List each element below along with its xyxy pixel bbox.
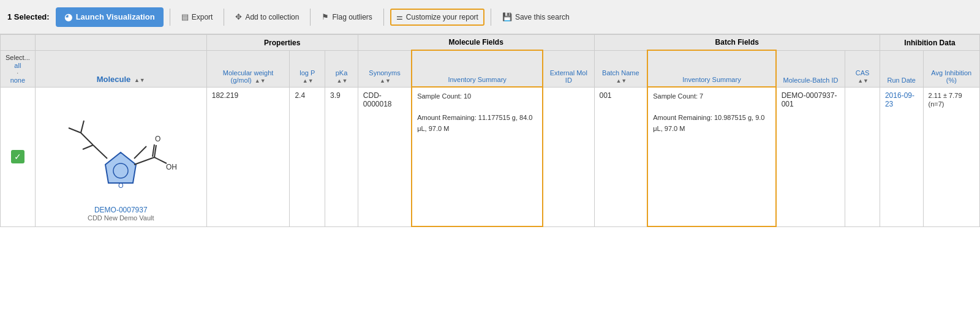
separator xyxy=(170,9,170,26)
synonyms-value: CDD-0000018 xyxy=(363,91,392,108)
batch-name-label: Batch Name xyxy=(602,69,639,77)
svg-line-12 xyxy=(153,144,154,157)
run-date-col-header[interactable]: Run Date xyxy=(880,50,923,87)
flag-icon: ⚑ xyxy=(322,12,329,21)
inhibition-data-group-header: Inhibition Data xyxy=(880,35,979,51)
separator4 xyxy=(383,9,384,26)
molecule-cell: O xyxy=(35,87,206,226)
molecule-vault: CDD New Demo Vault xyxy=(40,214,202,222)
save-search-button[interactable]: 💾 Save this search xyxy=(497,9,575,24)
select-col-header: Select... all · none xyxy=(1,50,36,87)
pka-col-header[interactable]: pKa ▲▼ xyxy=(325,50,358,87)
molecule-col-header[interactable]: Molecule ▲▼ xyxy=(35,50,206,87)
log-p-col-header[interactable]: log P ▲▼ xyxy=(290,50,325,87)
mol-weight-col-header[interactable]: Molecular weight (g/mol) ▲▼ xyxy=(206,50,290,87)
add-collection-label: Add to collection xyxy=(245,13,299,21)
separator3 xyxy=(310,9,311,26)
svg-line-9 xyxy=(134,157,154,165)
inv-summary-mol-label: Inventory Summary xyxy=(448,76,506,83)
avg-inhibition-col-header[interactable]: Avg Inhibition (%) xyxy=(923,50,979,87)
batch-name-col-header[interactable]: Batch Name ▲▼ xyxy=(594,50,647,87)
group-header-row: Properties Molecule Fields Batch Fields … xyxy=(1,35,980,51)
save-icon: 💾 xyxy=(502,12,512,21)
export-button[interactable]: ▤ Export xyxy=(176,9,218,24)
inv-summary-batch-line2: Amount Remaining: 10.987515 g, 9.0 μL, 9… xyxy=(653,114,764,132)
svg-line-4 xyxy=(81,133,93,145)
mol-weight-label: Molecular weight (g/mol) xyxy=(223,69,274,84)
select-all-link[interactable]: all xyxy=(14,62,21,69)
inv-summary-mol-col-header: Inventory Summary xyxy=(412,50,543,87)
synonyms-col-header[interactable]: Synonyms ▲▼ xyxy=(358,50,412,87)
svg-line-6 xyxy=(69,128,81,133)
svg-line-5 xyxy=(83,145,93,149)
separator2 xyxy=(224,9,224,26)
select-none-link[interactable]: none xyxy=(10,77,25,84)
mol-weight-cell: 182.219 xyxy=(206,87,290,226)
mol-batch-id-col-header[interactable]: Molecule-Batch ID xyxy=(776,50,845,87)
selected-count-label: 1 Selected: xyxy=(7,12,50,21)
molecule-name[interactable]: DEMO-0007937 xyxy=(40,206,202,214)
svg-line-10 xyxy=(154,157,167,163)
inv-summary-batch-label: Inventory Summary xyxy=(682,76,741,83)
pka-value: 3.9 xyxy=(330,91,341,100)
flag-outliers-button[interactable]: ⚑ Flag outliers xyxy=(317,9,377,24)
customize-btn-label: Customize your report xyxy=(406,13,478,21)
separator5 xyxy=(491,9,491,26)
batch-name-value: 001 xyxy=(600,91,612,100)
inv-summary-mol-line1: Sample Count: 10 xyxy=(417,92,471,100)
svg-line-7 xyxy=(81,121,84,133)
cas-sort-icon: ▲▼ xyxy=(858,78,869,84)
run-date-cell: 2016-09-23 xyxy=(880,87,923,226)
svg-line-8 xyxy=(134,146,146,159)
select-group-header xyxy=(1,35,36,51)
visualization-icon: ◕ xyxy=(64,12,72,23)
pka-cell: 3.9 xyxy=(325,87,358,226)
svg-text:O: O xyxy=(155,135,160,143)
customize-report-button[interactable]: ⚌ Customize your report xyxy=(390,9,484,26)
inv-summary-batch-text: Sample Count: 7 Amount Remaining: 10.987… xyxy=(653,91,770,134)
toolbar: 1 Selected: ◕ Launch Visualization ▤ Exp… xyxy=(0,0,980,34)
svg-text:O: O xyxy=(118,182,124,189)
batch-name-sort-icon: ▲▼ xyxy=(616,78,627,84)
flag-btn-label: Flag outliers xyxy=(332,13,372,21)
mol-batch-id-label: Molecule-Batch ID xyxy=(783,77,839,84)
ext-mol-id-label: External Mol ID xyxy=(550,69,587,84)
col-header-row: Select... all · none Molecule ▲▼ Molecul… xyxy=(1,50,980,87)
properties-group-header: Properties xyxy=(206,35,358,51)
add-collection-icon: ✥ xyxy=(235,12,242,21)
log-p-value: 2.4 xyxy=(295,91,305,100)
mol-batch-id-value: DEMO-0007937-001 xyxy=(782,91,837,108)
avg-inhibition-value: 2.11 ± 7.79 (n=7) xyxy=(929,92,962,108)
molecule-structure-svg: O xyxy=(53,91,188,201)
table-row: ✓ O xyxy=(1,87,980,226)
checkbox-checked[interactable]: ✓ xyxy=(11,150,24,163)
run-date-label: Run Date xyxy=(888,77,916,84)
batch-name-cell: 001 xyxy=(594,87,647,226)
inv-summary-mol-text: Sample Count: 10 Amount Remaining: 11.17… xyxy=(417,91,537,134)
checkbox-cell[interactable]: ✓ xyxy=(1,87,36,226)
log-p-label: log P xyxy=(300,69,315,77)
log-p-sort-icon: ▲▼ xyxy=(303,78,314,84)
molecule-group-header xyxy=(35,35,206,51)
save-search-label: Save this search xyxy=(515,13,570,21)
select-dot: · xyxy=(17,70,19,76)
cas-label: CAS xyxy=(856,69,870,77)
cas-col-header[interactable]: CAS ▲▼ xyxy=(845,50,880,87)
svg-line-11 xyxy=(154,145,156,157)
launch-visualization-button[interactable]: ◕ Launch Visualization xyxy=(56,7,164,27)
mol-weight-sort-icon: ▲▼ xyxy=(255,78,266,84)
svg-text:OH: OH xyxy=(166,163,177,171)
mol-batch-id-cell: DEMO-0007937-001 xyxy=(776,87,845,226)
svg-line-3 xyxy=(93,145,107,159)
run-date-link[interactable]: 2016-09-23 xyxy=(885,91,914,108)
pka-sort-icon: ▲▼ xyxy=(337,78,348,84)
select-stack: Select... all · none xyxy=(6,54,30,84)
select-label: Select... xyxy=(6,54,30,61)
ext-mol-id-col-header[interactable]: External Mol ID xyxy=(543,50,594,87)
export-btn-label: Export xyxy=(192,13,213,21)
avg-inhibition-label: Avg Inhibition (%) xyxy=(931,69,971,84)
customize-icon: ⚌ xyxy=(396,13,403,21)
add-collection-button[interactable]: ✥ Add to collection xyxy=(230,9,304,24)
cas-cell xyxy=(845,87,880,226)
ext-mol-id-cell xyxy=(543,87,594,226)
